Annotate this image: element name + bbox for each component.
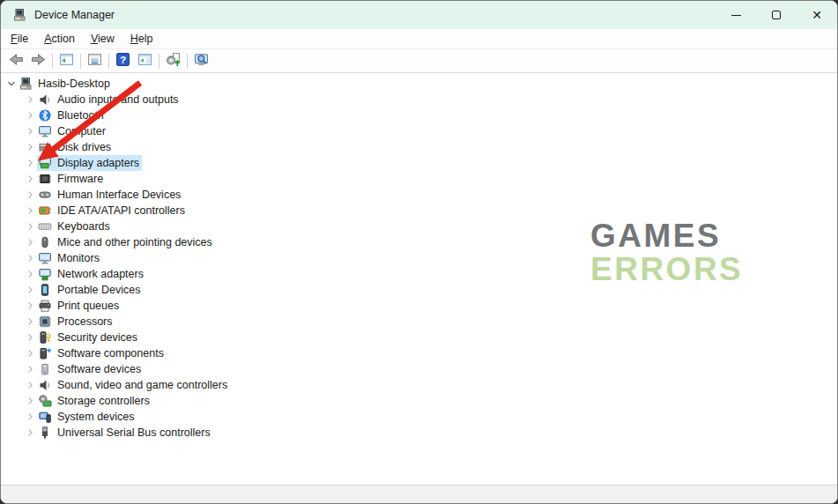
- tree-item-print-queues[interactable]: Print queues: [1, 298, 837, 314]
- chevron-right-icon[interactable]: [25, 204, 37, 217]
- tree-item-body[interactable]: Processors: [37, 314, 115, 330]
- minimize-button[interactable]: [716, 1, 756, 29]
- tree-item-computer[interactable]: Computer: [1, 123, 837, 139]
- device-manager-app-icon: [12, 8, 26, 22]
- chevron-right-icon[interactable]: [25, 236, 37, 248]
- chevron-down-icon[interactable]: [5, 78, 18, 90]
- tree-item-mice-and-other-pointing-devices[interactable]: Mice and other pointing devices: [1, 234, 837, 250]
- processor-chip-icon: [38, 315, 52, 329]
- tree-item-software-components[interactable]: Software components: [1, 345, 837, 361]
- chevron-right-icon[interactable]: [25, 426, 37, 439]
- close-button[interactable]: ✕: [797, 1, 837, 29]
- status-bar: [1, 485, 837, 503]
- help-button[interactable]: ?: [112, 51, 134, 71]
- search-computer-button[interactable]: [190, 51, 212, 71]
- chevron-right-icon[interactable]: [25, 157, 37, 169]
- tree-item-body[interactable]: IDE ATA/ATAPI controllers: [37, 203, 188, 219]
- properties-button[interactable]: [84, 51, 106, 71]
- tree-item-keyboards[interactable]: Keyboards: [1, 219, 837, 234]
- tree-item-body[interactable]: Software devices: [37, 361, 144, 377]
- tree-item-body[interactable]: Network adapters: [37, 266, 146, 282]
- scan-hardware-changes-button[interactable]: [162, 51, 184, 71]
- tree-item-label: Mice and other pointing devices: [57, 236, 212, 248]
- maximize-button[interactable]: [756, 1, 797, 29]
- tree-item-storage-controllers[interactable]: Storage controllers: [1, 393, 837, 409]
- tree-item-body[interactable]: Security devices: [37, 330, 140, 345]
- tree-item-body[interactable]: Audio inputs and outputs: [37, 92, 182, 107]
- menu-action[interactable]: Action: [36, 30, 83, 48]
- title-bar: Device Manager ✕: [1, 1, 837, 29]
- tree-item-human-interface-devices[interactable]: Human Interface Devices: [1, 187, 837, 203]
- tree-item-display-adapters[interactable]: Display adapters: [1, 155, 837, 171]
- tree-item-bluetooth[interactable]: Bluetooth: [1, 107, 837, 123]
- show-console-tree-button[interactable]: [56, 51, 78, 71]
- tree-item-label: Universal Serial Bus controllers: [57, 426, 211, 439]
- chevron-right-icon[interactable]: [25, 173, 37, 185]
- tree-item-security-devices[interactable]: Security devices: [1, 330, 837, 345]
- tree-item-hasib-desktop[interactable]: Hasib-Desktop: [1, 76, 837, 92]
- tree-item-label: Computer: [57, 125, 106, 137]
- tree-item-universal-serial-bus-controllers[interactable]: Universal Serial Bus controllers: [1, 425, 837, 441]
- chevron-right-icon[interactable]: [25, 220, 37, 233]
- chevron-right-icon[interactable]: [25, 284, 37, 296]
- tree-item-body[interactable]: Monitors: [37, 250, 102, 266]
- chevron-right-icon[interactable]: [25, 109, 37, 122]
- tree-item-portable-devices[interactable]: Portable Devices: [1, 282, 837, 298]
- tree-item-disk-drives[interactable]: Disk drives: [1, 139, 837, 155]
- tree-item-body[interactable]: Computer: [37, 123, 108, 139]
- tree-item-ide-ata-atapi-controllers[interactable]: IDE ATA/ATAPI controllers: [1, 203, 837, 219]
- back-button[interactable]: [5, 51, 27, 71]
- tree-item-body[interactable]: Mice and other pointing devices: [37, 234, 215, 250]
- show-action-pane-button[interactable]: [134, 51, 156, 71]
- tree-item-network-adapters[interactable]: Network adapters: [1, 266, 837, 282]
- tree-item-body[interactable]: Human Interface Devices: [37, 187, 183, 203]
- tree-item-body[interactable]: Software components: [37, 345, 167, 361]
- tree-item-body[interactable]: Disk drives: [37, 139, 114, 155]
- chevron-right-icon[interactable]: [25, 189, 37, 201]
- chevron-right-icon[interactable]: [25, 331, 37, 344]
- tree-item-monitors[interactable]: Monitors: [1, 250, 837, 266]
- chevron-right-icon[interactable]: [25, 315, 37, 328]
- chevron-right-icon[interactable]: [25, 363, 37, 375]
- tree-item-body[interactable]: Sound, video and game controllers: [37, 377, 230, 393]
- menu-file[interactable]: File: [3, 30, 36, 48]
- chevron-right-icon[interactable]: [25, 300, 37, 312]
- system-device-icon: [38, 410, 52, 424]
- chevron-right-icon[interactable]: [25, 268, 37, 280]
- chevron-right-icon[interactable]: [25, 141, 37, 153]
- tree-item-body[interactable]: Firmware: [37, 171, 106, 187]
- tree-item-body[interactable]: Hasib-Desktop: [18, 76, 113, 92]
- tree-item-body[interactable]: Display adapters: [37, 155, 142, 171]
- tree-item-body[interactable]: Storage controllers: [37, 393, 152, 409]
- chevron-right-icon[interactable]: [25, 379, 37, 391]
- tree-item-label: Bluetooth: [57, 109, 104, 122]
- tree-item-firmware[interactable]: Firmware: [1, 171, 837, 187]
- computer-root-icon: [19, 77, 33, 91]
- chevron-right-icon[interactable]: [25, 347, 37, 359]
- tree-item-body[interactable]: Bluetooth: [37, 107, 107, 123]
- forward-button[interactable]: [27, 51, 49, 71]
- chevron-right-icon[interactable]: [25, 411, 37, 423]
- tree-item-body[interactable]: Universal Serial Bus controllers: [37, 425, 213, 441]
- tree-item-body[interactable]: Keyboards: [37, 219, 113, 234]
- menu-bar: FileActionViewHelp: [1, 29, 837, 49]
- software-component-icon: [38, 346, 52, 360]
- tree-item-audio-inputs-and-outputs[interactable]: Audio inputs and outputs: [1, 92, 837, 107]
- tree-item-processors[interactable]: Processors: [1, 314, 837, 330]
- display-adapter-icon: [38, 156, 52, 170]
- chevron-right-icon[interactable]: [25, 395, 37, 407]
- menu-help[interactable]: Help: [122, 30, 161, 48]
- tree-item-label: Software components: [57, 347, 164, 359]
- chevron-right-icon[interactable]: [25, 252, 37, 264]
- firmware-chip-icon: [38, 172, 52, 186]
- menu-view[interactable]: View: [83, 30, 122, 48]
- tree-item-sound-video-and-game-controllers[interactable]: Sound, video and game controllers: [1, 377, 837, 393]
- chevron-right-icon[interactable]: [25, 93, 37, 106]
- chevron-right-icon[interactable]: [25, 125, 37, 137]
- tree-item-body[interactable]: System devices: [37, 409, 137, 425]
- tree-item-body[interactable]: Print queues: [37, 298, 122, 314]
- tree-item-body[interactable]: Portable Devices: [37, 282, 144, 298]
- tree-item-software-devices[interactable]: Software devices: [1, 361, 837, 377]
- maximize-icon: [772, 11, 781, 19]
- tree-item-system-devices[interactable]: System devices: [1, 409, 837, 425]
